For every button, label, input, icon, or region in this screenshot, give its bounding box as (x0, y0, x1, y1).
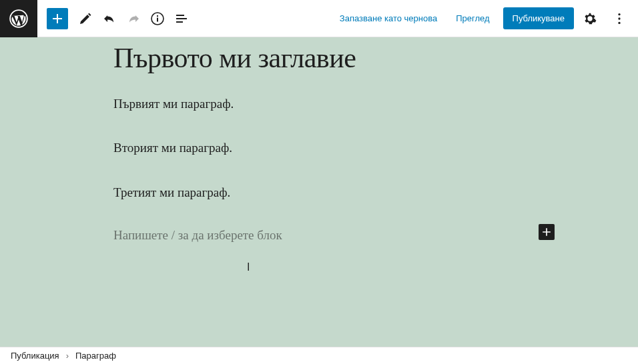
undo-button[interactable] (97, 7, 121, 31)
more-options-button[interactable] (606, 5, 633, 32)
pencil-icon (77, 11, 93, 27)
save-draft-button[interactable]: Запазване като чернова (332, 8, 445, 29)
publish-button[interactable]: Публикуване (503, 7, 574, 29)
breadcrumb-current[interactable]: Параграф (75, 351, 116, 361)
redo-icon (125, 11, 141, 27)
paragraph-block[interactable]: Третият ми параграф. (113, 184, 525, 202)
text-caret-cursor: I (247, 261, 250, 273)
outline-button[interactable] (170, 7, 194, 31)
redo-button[interactable] (121, 7, 145, 31)
svg-point-6 (618, 21, 620, 23)
block-breadcrumb: Публикация › Параграф (0, 347, 638, 364)
block-placeholder: Напишете / за да изберете блок (113, 228, 282, 243)
plus-icon (540, 225, 553, 239)
info-icon (149, 11, 166, 27)
paragraph-block[interactable]: Вторият ми параграф. (113, 139, 525, 157)
paragraph-block[interactable]: Първият ми параграф. (113, 95, 525, 113)
post-content: Първото ми заглавие Първият ми параграф.… (0, 37, 638, 243)
toolbar-left-group (37, 7, 194, 31)
empty-paragraph-block[interactable]: Напишете / за да изберете блок (113, 228, 525, 243)
info-button[interactable] (145, 7, 170, 31)
gear-icon (583, 11, 597, 26)
svg-rect-3 (157, 15, 158, 17)
chevron-right-icon: › (66, 351, 69, 361)
kebab-icon (612, 11, 627, 26)
breadcrumb-root[interactable]: Публикация (11, 351, 59, 361)
list-view-icon (174, 11, 190, 27)
wordpress-logo[interactable] (0, 0, 37, 37)
undo-icon (101, 11, 117, 27)
edit-mode-button[interactable] (73, 7, 97, 31)
plus-icon (49, 11, 65, 27)
editor-top-toolbar: Запазване като чернова Преглед Публикува… (0, 0, 638, 37)
settings-button[interactable] (577, 5, 603, 32)
preview-button[interactable]: Преглед (448, 8, 497, 29)
post-title[interactable]: Първото ми заглавие (113, 40, 525, 77)
svg-point-5 (618, 17, 620, 19)
add-block-button[interactable] (47, 8, 68, 29)
inline-add-block-button[interactable] (539, 224, 555, 240)
svg-rect-2 (157, 17, 158, 21)
wordpress-icon (9, 9, 28, 28)
editor-canvas: Първото ми заглавие Първият ми параграф.… (0, 37, 638, 347)
svg-point-4 (618, 13, 620, 15)
toolbar-right-group: Запазване като чернова Преглед Публикува… (332, 5, 638, 32)
